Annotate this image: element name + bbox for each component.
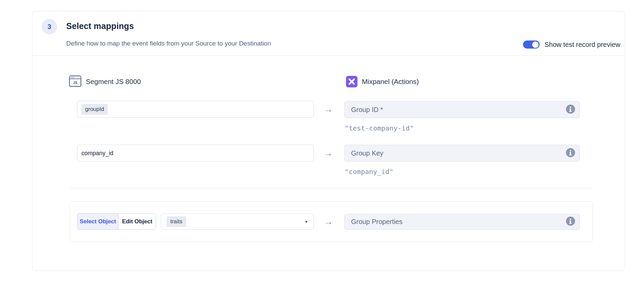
edit-object-button[interactable]: Edit Object xyxy=(119,214,156,229)
card-header: 3 Select mappings Define how to map the … xyxy=(32,11,625,56)
select-mappings-card: 3 Select mappings Define how to map the … xyxy=(32,11,625,271)
page-subtitle: Define how to map the event fields from … xyxy=(66,40,271,47)
destination-name: Mixpanel (Actions) xyxy=(362,78,419,86)
test-record-preview-value: "test-company-id" xyxy=(345,124,414,132)
destination-field-label: Group ID * xyxy=(351,106,383,114)
source-field-input-company-id[interactable]: company_id xyxy=(77,145,314,162)
page: 3 Select mappings Define how to map the … xyxy=(0,0,644,282)
chevron-down-icon: ▾ xyxy=(305,219,307,224)
source-name: Segment JS 8000 xyxy=(86,78,141,86)
arrow-right-icon: → xyxy=(324,148,333,158)
test-record-preview-toggle-row: Show test record preview xyxy=(523,40,620,49)
toggle-label: Show test record preview xyxy=(544,41,620,49)
destination-field-label: Group Key xyxy=(351,149,383,157)
info-circle-icon[interactable] xyxy=(566,148,575,159)
svg-text:JS: JS xyxy=(73,81,77,85)
step-number: 3 xyxy=(47,23,51,31)
object-source-dropdown[interactable]: traits ▾ xyxy=(161,214,314,230)
js-browser-window-icon: JS xyxy=(69,75,81,88)
dropdown-selected-token: traits xyxy=(167,216,186,227)
destination-field-group-id[interactable]: Group ID * xyxy=(344,101,580,118)
source-field-text: company_id xyxy=(81,150,113,157)
mixpanel-x-icon xyxy=(346,76,357,87)
source-field-token[interactable]: groupId xyxy=(81,104,108,115)
destination-header: Mixpanel (Actions) xyxy=(346,75,419,88)
page-title: Select mappings xyxy=(66,21,134,31)
destination-field-label: Group Properties xyxy=(351,218,402,226)
info-circle-icon[interactable] xyxy=(566,105,575,115)
select-object-button[interactable]: Select Object xyxy=(77,214,119,229)
destination-field-group-properties[interactable]: Group Properties xyxy=(344,214,580,230)
section-divider xyxy=(70,188,593,189)
step-number-badge: 3 xyxy=(42,19,57,34)
arrow-right-icon: → xyxy=(324,105,333,114)
toggle-knob xyxy=(532,41,539,48)
destination-field-group-key[interactable]: Group Key xyxy=(344,145,580,162)
show-test-record-preview-toggle[interactable] xyxy=(523,40,540,49)
arrow-right-icon: → xyxy=(324,217,333,226)
source-header: JS Segment JS 8000 xyxy=(69,75,141,88)
info-circle-icon[interactable] xyxy=(566,217,575,227)
test-record-preview-value: "company_id" xyxy=(345,168,394,176)
source-field-input-groupid[interactable]: groupId xyxy=(77,101,314,118)
object-mode-button-group: Select Object Edit Object xyxy=(77,213,156,230)
